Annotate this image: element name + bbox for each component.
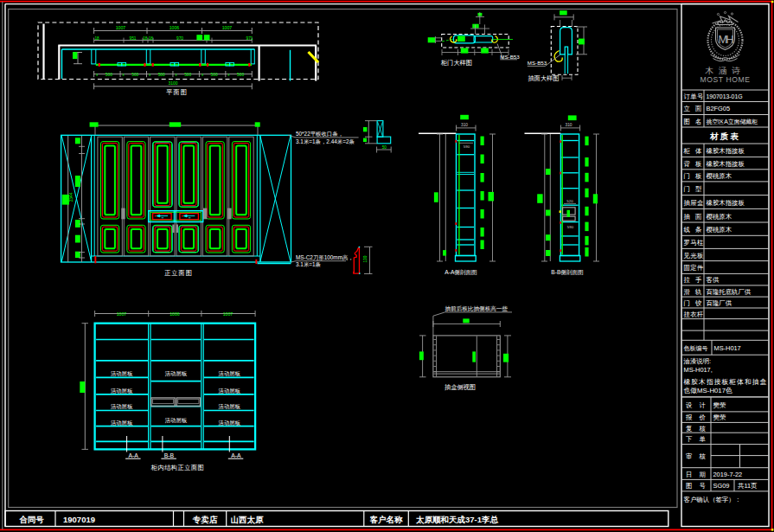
svg-text:1007: 1007 (222, 25, 233, 30)
svg-text:樊荣: 樊荣 (713, 413, 726, 421)
svg-text:樱桃原木: 樱桃原木 (707, 213, 732, 221)
svg-text:500: 500 (131, 73, 138, 77)
svg-text:挂衣杆: 挂衣杆 (683, 311, 704, 318)
svg-text:活动层板: 活动层板 (219, 370, 241, 377)
svg-text:山西太原: 山西太原 (230, 515, 264, 524)
svg-text:报: 报 (685, 413, 693, 421)
svg-text:活动层板: 活动层板 (111, 388, 133, 394)
svg-text:500: 500 (237, 73, 244, 77)
svg-text:手: 手 (695, 276, 702, 284)
svg-text:线: 线 (684, 226, 691, 234)
svg-text:MS-H017,: MS-H017, (684, 366, 713, 374)
svg-text:活动层板: 活动层板 (165, 370, 188, 377)
svg-text:500: 500 (158, 73, 165, 77)
svg-text:面: 面 (694, 213, 702, 221)
svg-text:590: 590 (464, 144, 470, 149)
svg-text:轨: 轨 (694, 288, 702, 296)
svg-text:柜门大样图: 柜门大样图 (440, 59, 472, 67)
svg-text:活动层板: 活动层板 (111, 403, 133, 410)
svg-text:号: 号 (700, 482, 707, 490)
svg-text:板: 板 (694, 160, 702, 168)
svg-text:590: 590 (567, 225, 574, 229)
svg-text:B2FG05: B2FG05 (707, 105, 731, 112)
svg-text:A-A侧剖面图: A-A侧剖面图 (445, 269, 477, 276)
svg-text:100: 100 (363, 255, 368, 262)
svg-text:条: 条 (695, 226, 701, 234)
svg-text:951: 951 (129, 36, 136, 41)
svg-text:活动层板: 活动层板 (219, 388, 241, 394)
svg-text:期: 期 (700, 471, 706, 478)
svg-text:图: 图 (684, 118, 690, 125)
svg-text:971: 971 (246, 36, 253, 41)
svg-text:50*22平板收口条，: 50*22平板收口条， (296, 131, 343, 138)
svg-text:百隆托底轨厂供: 百隆托底轨厂供 (707, 288, 752, 296)
svg-text:活动层板: 活动层板 (111, 420, 133, 426)
svg-text:价: 价 (699, 413, 707, 421)
svg-text:橡胶木指接板: 橡胶木指接板 (707, 160, 745, 168)
svg-text:挑空区A立面储藏柜: 挑空区A立面储藏柜 (707, 119, 758, 125)
svg-text:1007: 1007 (116, 25, 126, 30)
svg-text:500: 500 (211, 73, 218, 77)
svg-text:MS-H017: MS-H017 (714, 344, 741, 352)
svg-text:310: 310 (461, 123, 468, 127)
svg-text:B-B: B-B (164, 452, 175, 458)
svg-text:520: 520 (566, 199, 573, 203)
svg-text:百隆厂供: 百隆厂供 (707, 299, 732, 307)
svg-text:橡胶木指接板: 橡胶木指接板 (707, 147, 745, 155)
svg-text:活动层板: 活动层板 (219, 403, 241, 410)
svg-text:铰: 铰 (694, 299, 702, 307)
svg-text:固定件: 固定件 (684, 264, 704, 272)
svg-text:客户名称: 客户名称 (370, 515, 404, 524)
svg-text:型: 型 (695, 185, 702, 193)
svg-text:A-A: A-A (128, 452, 138, 458)
svg-text:也做MS-H017色: 也做MS-H017色 (684, 387, 733, 394)
svg-text:1907013-01G: 1907013-01G (707, 93, 743, 99)
svg-text:材质表: 材质表 (709, 131, 740, 141)
svg-text:客户确认（签字）：: 客户确认（签字）： (684, 496, 742, 503)
svg-text:活动层板: 活动层板 (111, 370, 133, 377)
svg-text:门: 门 (684, 299, 690, 307)
svg-text:见光板: 见光板 (684, 252, 704, 260)
svg-text:柜内结构正立面图: 柜内结构正立面图 (150, 464, 205, 471)
svg-text:500: 500 (184, 73, 191, 77)
svg-text:下: 下 (686, 435, 693, 443)
svg-text:2344: 2344 (69, 192, 74, 202)
svg-text:板: 板 (694, 172, 702, 180)
svg-text:共11页: 共11页 (738, 482, 758, 490)
svg-text:抽屉盒: 抽屉盒 (684, 199, 704, 207)
svg-text:MS-B53: MS-B53 (500, 54, 520, 60)
svg-text:抽: 抽 (684, 213, 690, 221)
svg-text:柜: 柜 (683, 147, 691, 155)
svg-text:色板编号: 色板编号 (684, 345, 708, 351)
svg-text:太原顺和天成37-1李总: 太原顺和天成37-1李总 (415, 515, 499, 524)
svg-text:体: 体 (695, 147, 702, 155)
svg-text:设: 设 (686, 401, 693, 409)
svg-text:18 18: 18 18 (143, 36, 153, 41)
svg-text:3.1米=1条: 3.1米=1条 (296, 261, 322, 267)
svg-text:木涵诗: 木涵诗 (705, 66, 745, 75)
svg-text:MH: MH (718, 33, 733, 46)
svg-text:B-B侧剖面图: B-B侧剖面图 (551, 269, 583, 276)
svg-text:立: 立 (684, 105, 691, 112)
svg-text:审: 审 (686, 452, 692, 460)
svg-text:面: 面 (694, 105, 702, 112)
svg-text:活动层板: 活动层板 (219, 420, 241, 426)
svg-text:50: 50 (382, 145, 387, 150)
svg-text:门: 门 (684, 172, 690, 180)
svg-text:MOST HOME: MOST HOME (700, 75, 750, 84)
svg-text:单: 单 (700, 435, 707, 443)
svg-text:970: 970 (176, 36, 183, 41)
svg-text:图: 图 (686, 482, 692, 490)
svg-text:滑: 滑 (684, 288, 690, 296)
svg-text:专卖店: 专卖店 (192, 515, 218, 524)
svg-text:樊荣: 樊荣 (713, 401, 726, 409)
svg-text:订单号: 订单号 (684, 93, 704, 100)
svg-text:客供: 客供 (707, 276, 720, 284)
svg-text:1006: 1006 (170, 25, 180, 30)
svg-text:1007: 1007 (223, 311, 233, 317)
svg-text:正立面图: 正立面图 (164, 269, 193, 277)
svg-text:3100: 3100 (168, 80, 177, 86)
svg-text:平面图: 平面图 (166, 88, 188, 96)
svg-text:A-A: A-A (231, 452, 241, 458)
svg-text:抽面大样图: 抽面大样图 (528, 74, 560, 82)
